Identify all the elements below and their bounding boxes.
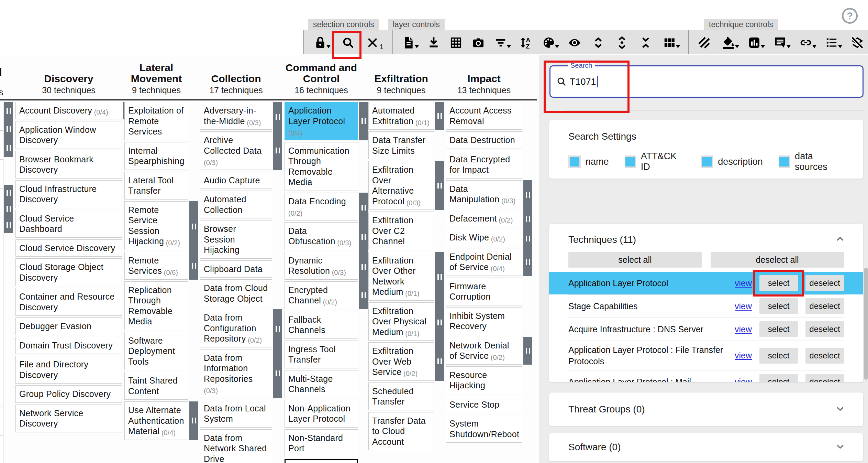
subtechnique-expander[interactable] [435, 342, 444, 381]
subtechnique-expander[interactable] [189, 401, 198, 440]
checkbox-description[interactable] [701, 155, 713, 168]
technique-cell[interactable]: Data Encoding (0/2) [285, 193, 358, 220]
chevron-up-icon[interactable] [834, 233, 846, 246]
background-color-icon[interactable] [721, 34, 736, 51]
expand-subtechniques-icon[interactable] [590, 34, 606, 51]
deselect-button[interactable]: deselect [805, 298, 844, 314]
deselect-button[interactable]: deselect [805, 321, 844, 337]
metadata-list-icon[interactable] [824, 34, 839, 51]
link-icon[interactable] [798, 34, 814, 51]
technique-cell[interactable]: Network Service Discovery [15, 405, 122, 432]
technique-cell[interactable]: Automated Collection [200, 191, 272, 218]
subtechnique-expander[interactable] [523, 210, 532, 229]
view-link[interactable]: view [735, 351, 752, 360]
technique-cell[interactable]: Application Window Discovery [15, 121, 122, 149]
technique-cell[interactable]: Data Obfuscation (0/3) [285, 222, 358, 250]
layout-icon[interactable] [662, 34, 677, 51]
deselect-button[interactable]: deselect [805, 374, 844, 383]
subtechnique-expander[interactable] [273, 102, 282, 132]
technique-cell[interactable]: Taint Shared Content [124, 372, 188, 400]
checkbox-att-ck-id[interactable] [625, 155, 636, 168]
technique-cell[interactable]: Dynamic Resolution (0/3) [285, 252, 358, 280]
technique-cell[interactable]: Lateral Tool Transfer [124, 172, 188, 200]
download-icon[interactable] [426, 34, 441, 51]
sort-alphabetical-icon[interactable]: AZ [519, 34, 534, 51]
color-palette-icon[interactable] [541, 34, 556, 51]
technique-cell[interactable]: Debugger Evasion [15, 317, 122, 335]
technique-cell[interactable]: Replication Through Removable Media [124, 281, 188, 330]
technique-cell[interactable]: Account Access Removal [446, 102, 522, 130]
technique-cell[interactable]: Communication Through Removable Media [285, 142, 358, 191]
subtechnique-expander[interactable] [359, 252, 368, 282]
technique-cell[interactable]: Disk Wipe (0/2) [446, 229, 522, 246]
technique-cell[interactable]: Encrypted Channel (0/2) [285, 281, 358, 309]
select-button[interactable]: select [759, 374, 798, 383]
select-all-button[interactable]: select all [568, 252, 702, 268]
subtechnique-expander[interactable] [435, 302, 444, 343]
technique-cell[interactable]: Group Policy Discovery [15, 385, 122, 403]
technique-cell[interactable]: Multi-Stage Channels [285, 370, 358, 398]
technique-cell[interactable]: Archive Collected Data (0/3) [200, 131, 272, 170]
subtechnique-expander[interactable] [273, 349, 282, 398]
technique-cell[interactable]: Data from Configuration Repository (0/2) [200, 309, 272, 347]
subtechnique-expander[interactable] [523, 248, 532, 276]
search-input[interactable]: Search T1071 [549, 65, 864, 98]
search-icon[interactable] [340, 34, 356, 51]
view-link[interactable]: view [735, 301, 752, 311]
subtechnique-expander[interactable] [523, 180, 532, 210]
comment-icon[interactable] [772, 34, 788, 51]
technique-cell[interactable]: Exfiltration Over Physical Medium (0/1) [368, 302, 434, 341]
technique-cell[interactable]: Exploitation of Remote Services [124, 102, 188, 140]
technique-cell[interactable]: Resource Hijacking [446, 366, 522, 394]
technique-cell[interactable]: Browser Session Hijacking [200, 220, 272, 259]
technique-cell[interactable]: Container and Resource Discovery [15, 288, 122, 316]
view-link[interactable]: view [735, 377, 752, 383]
technique-cell[interactable]: Data from Information Repositories (0/3) [200, 349, 272, 398]
technique-cell[interactable]: Audio Capture [200, 172, 272, 189]
clear-annotations-icon[interactable] [850, 34, 865, 51]
technique-cell[interactable]: Non-Application Layer Protocol [285, 400, 358, 428]
matrix-table-icon[interactable] [448, 34, 464, 51]
technique-cell[interactable]: Network Denial of Service (0/2) [446, 337, 522, 365]
technique-cell[interactable]: Use Alternate Authentication Material (0… [124, 401, 188, 440]
technique-cell[interactable]: Cloud Service Dashboard [15, 210, 122, 238]
technique-cell[interactable]: Application Layer Protocol (0/4) [285, 102, 358, 140]
technique-cell[interactable]: System Shutdown/Reboot [446, 415, 522, 443]
subtechnique-expander[interactable] [435, 102, 444, 130]
select-button[interactable]: select [759, 348, 798, 364]
export-layer-icon[interactable] [401, 34, 416, 51]
technique-cell[interactable]: Data from Cloud Storage Object [200, 279, 272, 307]
technique-cell[interactable]: Exfiltration Over Alternative Protocol (… [368, 161, 434, 210]
technique-cell[interactable]: Adversary-in-the-Middle (0/3) [200, 102, 272, 130]
subtechnique-expander[interactable] [273, 309, 282, 349]
subtechnique-expander[interactable] [359, 222, 368, 252]
subtechnique-expander[interactable] [435, 161, 444, 210]
subtechnique-expander[interactable] [435, 252, 444, 303]
technique-cell[interactable]: Automated Exfiltration (0/1) [368, 102, 434, 130]
technique-cell[interactable]: Endpoint Denial of Service (0/4) [446, 248, 522, 276]
collapse-subtechniques-icon[interactable] [638, 34, 654, 51]
subtechnique-expander[interactable] [523, 337, 532, 365]
hatching-toggle-icon[interactable] [697, 34, 712, 51]
scrollbar-thumb[interactable] [864, 268, 868, 380]
technique-cell[interactable]: Firmware Corruption [446, 278, 522, 305]
select-button[interactable]: select [759, 275, 798, 291]
technique-cell[interactable]: Data Destruction [446, 131, 522, 149]
technique-cell[interactable]: Fallback Channels [285, 311, 358, 339]
technique-cell[interactable]: Browser Bookmark Discovery [15, 151, 122, 179]
view-link[interactable]: view [735, 278, 752, 288]
technique-cell[interactable]: Cloud Storage Object Discovery [15, 258, 122, 286]
deselect-all-button[interactable]: deselect all [711, 252, 844, 268]
technique-cell[interactable]: Inhibit System Recovery [446, 307, 522, 335]
deselect-button[interactable]: deselect [805, 348, 844, 364]
technique-cell[interactable]: Cloud Service Discovery [15, 239, 122, 257]
technique-cell[interactable]: Data Manipulation (0/3) [446, 180, 522, 208]
technique-cell[interactable]: Data Transfer Size Limits [368, 131, 434, 159]
camera-icon[interactable] [470, 34, 486, 51]
chevron-down-icon[interactable] [834, 441, 846, 454]
technique-cell[interactable]: Scheduled Transfer [368, 383, 434, 410]
technique-cell[interactable]: Service Stop [446, 396, 522, 413]
technique-cell[interactable]: Non-Standard Port [285, 429, 358, 457]
technique-cell[interactable]: Protocol [285, 459, 358, 463]
technique-cell[interactable]: Transfer Data to Cloud Account [368, 412, 434, 451]
